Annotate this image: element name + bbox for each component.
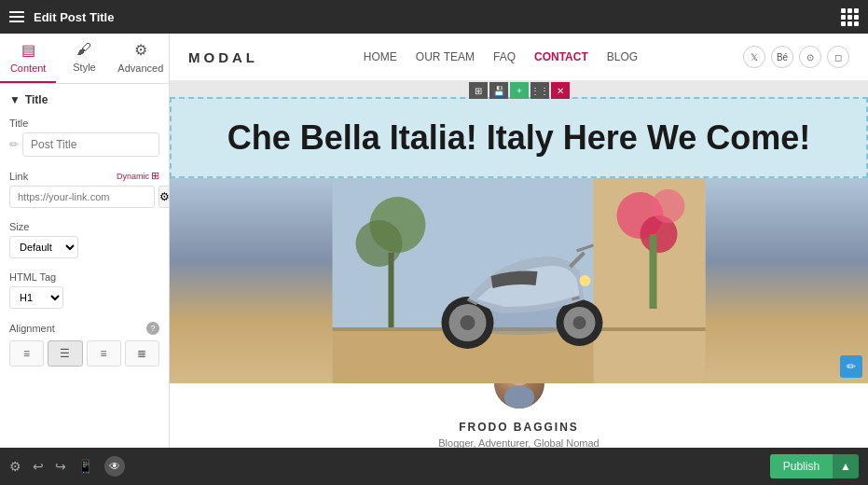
main-layout: ▤ Content 🖌 Style ⚙ Advanced ▼ Title Tit…: [0, 34, 868, 448]
align-center-button[interactable]: ☰: [48, 340, 82, 367]
canvas-area[interactable]: MODAL HOME OUR TEAM FAQ CONTACT BLOG 𝕏 B…: [170, 34, 868, 448]
bottom-toolbar: ⚙ ↩ ↪ 📱 👁 Publish ▲: [0, 448, 868, 485]
top-bar-left: Edit Post Title: [9, 10, 114, 24]
top-bar: Edit Post Title: [0, 0, 868, 34]
post-image: [170, 178, 868, 383]
align-justify-button[interactable]: ≣: [125, 340, 159, 367]
size-select[interactable]: Default SmallMediumLarge: [9, 236, 78, 258]
author-name: FRODO BAGGINS: [185, 421, 853, 434]
alignment-help-icon[interactable]: ?: [146, 322, 159, 335]
toolbar-move-button[interactable]: ⋮⋮: [530, 82, 549, 99]
panel-content: ▼ Title Title ✏ Link Dynamic: [0, 84, 169, 448]
top-bar-title: Edit Post Title: [34, 10, 114, 24]
html-tag-field-group: HTML Tag H1 H2H3divspan: [9, 271, 159, 309]
align-right-button[interactable]: ≡: [87, 340, 121, 367]
svg-point-17: [573, 316, 586, 329]
svg-rect-7: [650, 234, 657, 309]
nav-bar: MODAL HOME OUR TEAM FAQ CONTACT BLOG 𝕏 B…: [170, 34, 868, 80]
nav-links: HOME OUR TEAM FAQ CONTACT BLOG: [364, 50, 638, 63]
image-block: ✏: [170, 178, 868, 383]
html-tag-field-label: HTML Tag: [9, 271, 159, 283]
nav-social: 𝕏 Bé ⊙ ◻: [743, 46, 849, 68]
image-edit-button[interactable]: ✏: [840, 355, 862, 378]
apps-grid-icon[interactable]: [841, 8, 859, 26]
toolbar-add-button[interactable]: ＋: [510, 82, 529, 99]
title-floating-toolbar: ⊞ 💾 ＋ ⋮⋮ ✕: [469, 82, 570, 99]
svg-point-24: [503, 386, 533, 409]
svg-point-6: [652, 189, 685, 223]
style-tab-icon: 🖌: [76, 41, 91, 58]
panel-tabs: ▤ Content 🖌 Style ⚙ Advanced: [0, 34, 169, 84]
tab-content[interactable]: ▤ Content: [0, 34, 56, 83]
post-area: ⊞ 💾 ＋ ⋮⋮ ✕ Che Bella Italia! Italy Here …: [170, 97, 868, 448]
tab-advanced[interactable]: ⚙ Advanced: [113, 34, 169, 83]
redo-button[interactable]: ↪: [55, 456, 66, 477]
undo-button[interactable]: ↩: [33, 456, 44, 477]
section-title-row: ▼ Title: [9, 93, 159, 106]
section-arrow-icon: ▼: [9, 93, 21, 106]
svg-point-14: [461, 315, 475, 330]
link-field-label: Link Dynamic ⊞: [9, 170, 159, 182]
settings-button[interactable]: ⚙: [9, 456, 21, 477]
title-input[interactable]: [22, 132, 159, 157]
dynamic-icon: ⊞: [151, 170, 159, 182]
tab-style-label: Style: [73, 62, 95, 73]
post-title: Che Bella Italia! Italy Here We Come!: [190, 118, 847, 158]
twitter-button[interactable]: 𝕏: [743, 46, 765, 68]
align-left-button[interactable]: ≡: [9, 340, 44, 367]
svg-rect-10: [389, 253, 394, 327]
author-block: FRODO BAGGINS Blogger, Adventurer, Globa…: [170, 383, 868, 448]
nav-link-our-team[interactable]: OUR TEAM: [416, 50, 475, 63]
toolbar-save-button[interactable]: 💾: [489, 82, 508, 99]
link-row: ⚙: [9, 186, 159, 208]
link-settings-button[interactable]: ⚙: [158, 186, 169, 208]
title-field-group: Title ✏: [9, 118, 159, 157]
alignment-field-group: Alignment ? ≡ ☰ ≡ ≣: [9, 322, 159, 367]
title-block: ⊞ 💾 ＋ ⋮⋮ ✕ Che Bella Italia! Italy Here …: [170, 97, 868, 178]
toolbar-delete-button[interactable]: ✕: [551, 82, 570, 99]
link-field-group: Link Dynamic ⊞ ⚙: [9, 170, 159, 208]
svg-line-22: [572, 298, 580, 299]
nav-link-home[interactable]: HOME: [364, 50, 397, 63]
alignment-row: ≡ ☰ ≡ ≣: [9, 340, 159, 367]
section-title: Title: [25, 93, 48, 106]
bottom-left-actions: ⚙ ↩ ↪ 📱 👁: [9, 456, 125, 477]
nav-link-contact[interactable]: CONTACT: [534, 50, 588, 63]
alignment-field-label: Alignment ?: [9, 322, 159, 335]
nav-link-blog[interactable]: BLOG: [607, 50, 638, 63]
dynamic-badge: Dynamic ⊞: [117, 170, 159, 182]
title-field-label: Title: [9, 118, 159, 129]
size-field-label: Size: [9, 221, 159, 232]
publish-arrow-button[interactable]: ▲: [833, 454, 859, 478]
author-bio: Blogger, Adventurer, Global Nomad: [185, 437, 853, 448]
publish-button[interactable]: Publish: [770, 454, 833, 478]
tab-style[interactable]: 🖌 Style: [56, 34, 112, 83]
pencil-icon: ✏: [9, 138, 19, 151]
svg-point-9: [356, 220, 403, 267]
link-input[interactable]: [9, 186, 155, 208]
canvas-content: MODAL HOME OUR TEAM FAQ CONTACT BLOG 𝕏 B…: [170, 34, 868, 448]
content-tab-icon: ▤: [21, 41, 35, 59]
toolbar-copy-button[interactable]: ⊞: [469, 82, 488, 99]
advanced-tab-icon: ⚙: [134, 41, 147, 59]
eye-button[interactable]: 👁: [104, 456, 125, 477]
size-field-group: Size Default SmallMediumLarge: [9, 221, 159, 258]
behance-button[interactable]: Bé: [771, 46, 793, 68]
site-logo: MODAL: [188, 49, 258, 65]
tab-content-label: Content: [10, 62, 47, 74]
html-tag-select[interactable]: H1 H2H3divspan: [9, 286, 63, 309]
responsive-button[interactable]: 📱: [77, 456, 93, 477]
hamburger-menu-icon[interactable]: [9, 11, 24, 22]
svg-point-20: [580, 275, 591, 286]
scooter-illustration: [170, 178, 868, 383]
dribbble-button[interactable]: ⊙: [799, 46, 821, 68]
left-panel: ▤ Content 🖌 Style ⚙ Advanced ▼ Title Tit…: [0, 34, 170, 448]
tab-advanced-label: Advanced: [117, 62, 163, 74]
nav-link-faq[interactable]: FAQ: [493, 50, 516, 63]
instagram-button[interactable]: ◻: [827, 46, 849, 68]
publish-section: Publish ▲: [770, 454, 859, 478]
